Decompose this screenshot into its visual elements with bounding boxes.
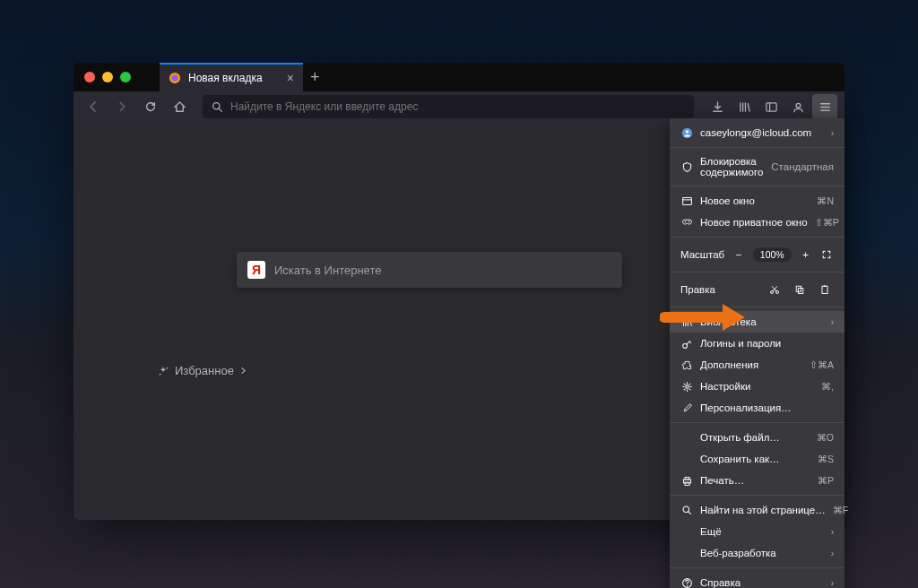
account-icon[interactable] (785, 94, 810, 119)
app-menu-dropdown: caseylongx@icloud.com › Блокировка содер… (670, 118, 844, 588)
menu-zoom: Масштаб − 100% + (670, 241, 844, 268)
menu-webdev[interactable]: Веб-разработка › (670, 542, 844, 564)
help-icon (680, 576, 693, 588)
menu-library[interactable]: Библиотека › (670, 311, 844, 333)
close-window-button[interactable] (84, 72, 95, 82)
puzzle-icon (680, 359, 693, 371)
chevron-right-icon: › (831, 549, 834, 558)
menu-print[interactable]: Печать… ⌘P (670, 470, 844, 491)
menu-logins[interactable]: Логины и пароли (670, 333, 844, 354)
menu-save-as[interactable]: Сохранить как… ⌘S (670, 448, 844, 470)
forward-button[interactable] (109, 94, 134, 119)
menu-divider (670, 237, 844, 238)
fullscreen-button[interactable] (819, 246, 834, 264)
maximize-window-button[interactable] (120, 72, 131, 82)
back-button[interactable] (81, 94, 106, 119)
zoom-out-button[interactable]: − (732, 246, 746, 264)
svg-rect-3 (766, 102, 775, 110)
menu-content-blocking[interactable]: Блокировка содержимого Стандартная (670, 151, 844, 182)
svg-point-10 (684, 220, 686, 222)
firefox-icon (169, 72, 181, 84)
svg-point-4 (796, 103, 801, 108)
menu-divider (670, 495, 844, 496)
brush-icon (680, 402, 693, 414)
menu-divider (670, 307, 844, 307)
browser-tab[interactable]: Новая вкладка × (160, 63, 303, 91)
window-controls (84, 72, 131, 82)
svg-rect-21 (685, 477, 689, 479)
svg-point-5 (167, 367, 169, 368)
sparkle-icon (157, 365, 169, 377)
svg-point-23 (683, 506, 689, 513)
paste-button[interactable] (816, 281, 834, 298)
printer-icon (680, 474, 693, 487)
menu-find[interactable]: Найти на этой странице… ⌘F (670, 499, 844, 521)
menu-divider (670, 422, 844, 423)
svg-rect-16 (822, 286, 827, 293)
toolbar: Найдите в Яндекс или введите адрес (74, 91, 844, 122)
close-tab-button[interactable]: × (287, 71, 294, 85)
search-placeholder: Искать в Интернете (274, 264, 381, 277)
menu-help[interactable]: Справка › (670, 572, 844, 588)
avatar-icon (680, 126, 693, 139)
menu-more[interactable]: Ещё › (670, 521, 844, 542)
svg-point-19 (685, 385, 688, 387)
zoom-in-button[interactable]: + (799, 246, 813, 264)
menu-divider (670, 272, 844, 272)
chevron-right-icon: › (831, 578, 834, 588)
svg-point-8 (685, 130, 688, 133)
shield-icon (680, 160, 693, 173)
favorites-heading[interactable]: Избранное (157, 364, 247, 377)
gear-icon (680, 380, 693, 393)
search-icon (212, 101, 223, 113)
svg-point-6 (160, 373, 161, 375)
minimize-window-button[interactable] (102, 72, 113, 82)
downloads-icon[interactable] (705, 94, 730, 119)
chevron-right-icon: › (831, 128, 834, 138)
menu-preferences[interactable]: Настройки ⌘, (670, 376, 844, 397)
url-bar[interactable]: Найдите в Яндекс или введите адрес (203, 95, 694, 118)
new-tab-button[interactable]: + (310, 68, 320, 87)
menu-divider (670, 147, 844, 148)
menu-open-file[interactable]: Открыть файл… ⌘O (670, 427, 844, 448)
window-icon (680, 195, 693, 207)
reload-button[interactable] (138, 94, 163, 119)
menu-new-window[interactable]: Новое окно ⌘N (670, 190, 844, 212)
menu-customize[interactable]: Персонализация… (670, 397, 844, 419)
library-icon (680, 316, 693, 328)
search-icon (680, 504, 693, 516)
svg-rect-9 (682, 197, 691, 204)
menu-addons[interactable]: Дополнения ⇧⌘A (670, 354, 844, 376)
menu-new-private[interactable]: Новое приватное окно ⇧⌘P (670, 212, 844, 233)
menu-edit: Правка (670, 276, 844, 303)
svg-rect-17 (824, 286, 827, 288)
library-icon[interactable] (732, 94, 757, 119)
cut-button[interactable] (766, 281, 784, 298)
home-button[interactable] (167, 94, 192, 119)
mask-icon (680, 216, 693, 229)
zoom-value: 100% (753, 247, 792, 262)
yandex-logo-icon: Я (247, 261, 265, 279)
app-menu-button[interactable] (812, 94, 837, 119)
svg-rect-22 (685, 482, 689, 485)
copy-button[interactable] (791, 281, 809, 298)
browser-window: Новая вкладка × + Найдите в Яндекс или в… (74, 63, 844, 520)
content-search-box[interactable]: Я Искать в Интернете (237, 252, 622, 288)
chevron-right-icon: › (831, 317, 834, 327)
menu-account[interactable]: caseylongx@icloud.com › (670, 122, 844, 143)
chevron-right-icon (239, 367, 247, 375)
svg-point-11 (688, 220, 689, 222)
menu-divider (670, 567, 844, 568)
key-icon (680, 337, 693, 350)
toolbar-right (705, 94, 837, 119)
url-placeholder: Найдите в Яндекс или введите адрес (230, 100, 418, 113)
favorites-label: Избранное (175, 364, 234, 377)
svg-point-1 (172, 75, 178, 82)
titlebar: Новая вкладка × + (74, 63, 844, 91)
tab-title: Новая вкладка (188, 72, 280, 84)
sidebar-icon[interactable] (758, 94, 784, 119)
menu-divider (670, 186, 844, 186)
chevron-right-icon: › (831, 527, 834, 537)
